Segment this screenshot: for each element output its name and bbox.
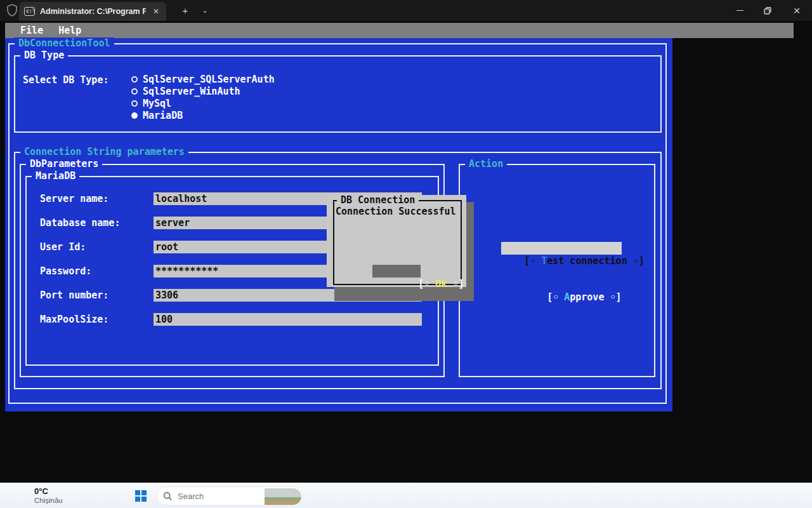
db-type-frame-title: DB Type <box>20 50 68 62</box>
ok-button[interactable]: [◦ Ok ◦] <box>372 265 421 277</box>
tab-close-icon[interactable]: ✕ <box>151 7 161 16</box>
restore-button[interactable] <box>753 0 782 21</box>
test-connection-button[interactable]: [◦ Test connection ◦] <box>501 242 622 255</box>
windows-logo-icon <box>135 490 140 495</box>
close-button[interactable]: ✕ <box>782 0 811 21</box>
start-button[interactable] <box>135 490 147 502</box>
dialog-shadow-right <box>466 202 474 301</box>
menubar: File Help <box>5 23 794 38</box>
maxpoolsize-label: MaxPoolSize: <box>40 313 108 326</box>
menu-item-file[interactable]: File <box>20 25 43 36</box>
approve-button[interactable]: [◦ Approve ◦] <box>524 278 599 291</box>
maxpoolsize-field[interactable]: 100 <box>154 313 422 326</box>
radio-icon <box>131 100 138 107</box>
weather-location: Chișinău <box>34 497 63 504</box>
terminal-tab-icon: c:\ <box>24 7 35 16</box>
taskbar: 0°C Chișinău PRE T ⚙ >_ <box>0 483 812 508</box>
select-db-type-label: Select DB Type: <box>23 74 108 86</box>
dbparameters-title: DbParameters <box>26 158 102 170</box>
new-tab-button[interactable]: + <box>176 0 195 21</box>
search-box[interactable] <box>156 486 303 505</box>
user-id-label: User Id: <box>40 241 86 253</box>
minimize-icon <box>737 10 743 11</box>
radio-icon <box>131 76 138 83</box>
action-frame-title: Action <box>465 158 507 170</box>
port-number-label: Port number: <box>40 289 108 302</box>
tab-title: Administrator: C:\Program Fil <box>40 7 146 16</box>
dialog-frame: DB Connection Connection Successful [◦ O… <box>333 200 462 285</box>
dialog-title: DB Connection <box>337 194 419 206</box>
database-name-label: Database name: <box>40 217 120 229</box>
password-label: Password: <box>40 265 91 277</box>
menu-item-help[interactable]: Help <box>58 25 81 36</box>
dbconnectiontool-app: DbConnectionTool DB Type Select DB Type:… <box>5 38 672 411</box>
connection-params-title: Connection String parameters <box>20 146 188 158</box>
terminal-titlebar: c:\ Administrator: C:\Program Fil ✕ + ⌄ … <box>0 0 812 21</box>
mariadb-frame-title: MariaDB <box>32 170 79 182</box>
app-frame-title: DbConnectionTool <box>15 37 114 50</box>
admin-shield-icon <box>6 4 18 19</box>
minimize-button[interactable] <box>725 0 754 21</box>
server-name-label: Server name: <box>40 192 108 205</box>
restore-icon <box>764 7 771 15</box>
search-daily-image[interactable] <box>265 488 301 505</box>
search-input[interactable] <box>178 491 247 501</box>
db-connection-dialog: DB Connection Connection Successful [◦ O… <box>327 195 466 287</box>
radio-icon <box>131 88 138 95</box>
db-type-frame: DB Type <box>14 55 662 133</box>
radio-selected-icon <box>131 112 138 119</box>
dialog-message: Connection Successful <box>336 206 456 217</box>
terminal-tab[interactable]: c:\ Administrator: C:\Program Fil ✕ <box>19 2 166 21</box>
weather-temp: 0°C <box>34 486 48 496</box>
tab-dropdown-button[interactable]: ⌄ <box>195 0 214 21</box>
search-icon <box>163 491 173 501</box>
